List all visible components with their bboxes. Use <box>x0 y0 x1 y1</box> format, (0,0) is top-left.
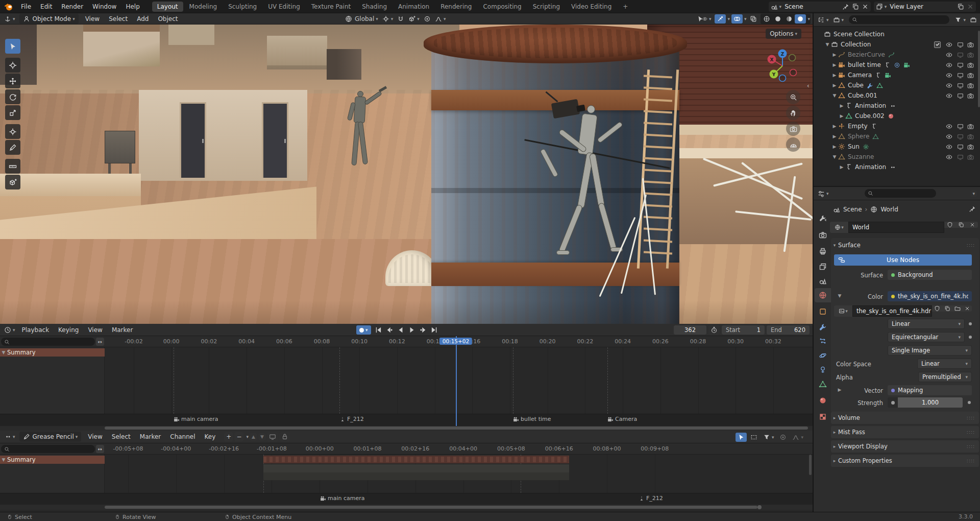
expand-arrow[interactable]: ▶ <box>831 73 838 78</box>
auto-keying-record-button[interactable]: ▾ <box>356 325 371 335</box>
dopesheet-menu-select[interactable]: Select <box>107 433 135 440</box>
layer-lock-button[interactable] <box>279 432 290 441</box>
workspace-tab-uv-editing[interactable]: UV Editing <box>263 2 305 12</box>
dopesheet-menu-channel[interactable]: Channel <box>165 433 200 440</box>
filter-dropdown[interactable]: ▾ <box>761 433 776 442</box>
mode-dropdown[interactable]: Object Mode▾ <box>19 14 79 24</box>
color-space-dropdown[interactable]: Linear▾ <box>917 359 972 369</box>
dope-filter-toggle[interactable]: ↔ <box>96 445 104 453</box>
disable-in-viewports-toggle[interactable] <box>955 82 965 89</box>
tab-constraints[interactable] <box>815 363 831 377</box>
view-layer-selector[interactable]: ▾ View Layer <box>874 2 976 12</box>
gizmo-dropdown[interactable]: ▾ <box>727 16 730 21</box>
snap-target-dropdown[interactable]: ▾ <box>406 14 422 23</box>
hide-in-viewport-toggle[interactable] <box>944 133 953 140</box>
outliner-search-input[interactable] <box>849 15 949 24</box>
projection-dropdown[interactable]: Equirectangular▾ <box>888 332 965 342</box>
workspace-tab-texture-paint[interactable]: Texture Paint <box>306 2 356 12</box>
tab-texture[interactable] <box>815 410 831 424</box>
vector-value-button[interactable]: Mapping <box>888 385 972 395</box>
image-name-field[interactable]: the_sky_is_on_fire_4k.hdr <box>852 305 932 317</box>
breadcrumb-scene[interactable]: Scene <box>843 206 862 213</box>
dope-ruler[interactable]: -00:05+08-00:04+00-00:02+16-00:01+0800:0… <box>0 443 813 455</box>
breadcrumb-world[interactable]: World <box>880 206 898 213</box>
disable-in-viewports-toggle[interactable] <box>955 92 965 99</box>
shading-solid-button[interactable] <box>772 14 783 23</box>
unlink-world-button[interactable] <box>967 222 978 228</box>
close-scene-icon[interactable] <box>862 3 869 10</box>
workspace-tab-modeling[interactable]: Modeling <box>184 2 223 12</box>
dope-tracks[interactable] <box>0 455 813 493</box>
transform-orientation-dropdown[interactable]: Global▾ <box>343 14 380 23</box>
editor-type-outliner[interactable]: ▾ <box>816 15 831 25</box>
outliner-row-suzanne[interactable]: ▼Suzanne <box>814 152 980 162</box>
dope-scrollbar-handle[interactable] <box>757 505 762 509</box>
timeline-tracks[interactable] <box>0 347 813 414</box>
outliner-display-mode-dropdown[interactable]: ▾ <box>831 15 846 25</box>
zoom-view-button[interactable] <box>786 90 800 104</box>
remove-layer-button[interactable]: − <box>234 432 243 441</box>
move-layer-down-button[interactable]: ▼ <box>258 433 266 440</box>
outliner-row-animation[interactable]: ▶Animation <box>814 101 980 111</box>
previous-keyframe-button[interactable] <box>384 325 395 335</box>
image-open-button[interactable] <box>952 305 963 312</box>
tab-modifiers[interactable] <box>815 320 831 334</box>
viewport-menu-add[interactable]: Add <box>132 15 153 22</box>
hide-in-viewport-toggle[interactable] <box>944 41 953 48</box>
jump-to-end-button[interactable] <box>429 325 439 335</box>
workspace-tab-compositing[interactable]: Compositing <box>478 2 526 12</box>
hide-in-viewport-toggle[interactable] <box>944 82 953 89</box>
expand-arrow[interactable]: ▶ <box>831 83 838 88</box>
disable-in-viewports-toggle[interactable] <box>955 61 965 68</box>
tab-particles[interactable] <box>815 334 831 348</box>
image-fake-user-button[interactable] <box>932 305 942 312</box>
dope-vscrollbar[interactable] <box>809 455 812 475</box>
world-name-field[interactable]: World <box>848 222 944 233</box>
disable-in-viewports-toggle[interactable] <box>955 143 965 150</box>
timeline-playhead[interactable] <box>456 336 457 426</box>
properties-options-dropdown[interactable]: ▾ <box>970 190 977 197</box>
dope-summary-channel[interactable]: ▼Summary <box>0 456 105 464</box>
marker-main-camera[interactable]: main camera <box>174 416 218 422</box>
marker-main-camera[interactable]: main camera <box>320 495 365 502</box>
dope-mode-dropdown[interactable]: Grease Pencil▾ <box>19 432 82 442</box>
disable-in-viewports-toggle[interactable] <box>955 41 965 48</box>
timeline-menu-playback[interactable]: Playback <box>17 326 54 334</box>
projection-anim-dot[interactable] <box>969 336 972 339</box>
tool-add-cube[interactable] <box>5 175 20 190</box>
only-selected-toggle[interactable] <box>736 433 747 442</box>
tool-3d-cursor[interactable] <box>5 58 20 73</box>
outliner-row-camera[interactable]: ▶Camera <box>814 70 980 80</box>
browse-world-button[interactable]: ▾ <box>830 222 848 233</box>
source-dropdown[interactable]: Single Image▾ <box>888 345 972 356</box>
layer-onion-skin-button[interactable] <box>267 432 278 441</box>
use-nodes-button[interactable]: Use Nodes <box>834 254 972 266</box>
workspace-tab-shading[interactable]: Shading <box>357 2 392 12</box>
disable-in-viewports-toggle[interactable] <box>955 153 965 160</box>
expand-arrow[interactable]: ▼ <box>831 93 838 98</box>
properties-search-input[interactable] <box>865 189 936 198</box>
disable-in-renders-toggle[interactable] <box>966 72 975 79</box>
editor-type-3d-viewport[interactable]: ▾ <box>2 14 17 23</box>
editor-type-properties[interactable]: ▾ <box>816 189 831 198</box>
timeline-filter-toggle[interactable]: ↔ <box>96 338 104 346</box>
disable-in-renders-toggle[interactable] <box>966 82 975 89</box>
jump-to-start-button[interactable] <box>373 325 383 335</box>
hide-in-viewport-toggle[interactable] <box>944 61 953 68</box>
timeline-menu-marker[interactable]: Marker <box>107 326 137 334</box>
show-overlays-toggle[interactable] <box>731 14 743 23</box>
disable-in-viewports-toggle[interactable] <box>955 51 965 58</box>
tab-physics[interactable] <box>815 348 831 363</box>
timeline-marker-strip[interactable]: main cameraF_212bullet timeCamera <box>0 414 813 426</box>
workspace-tab-layout[interactable]: Layout <box>152 2 183 12</box>
tool-annotate[interactable] <box>5 140 20 155</box>
timeline-menu-keying[interactable]: Keying <box>54 326 83 334</box>
outliner-row-collection[interactable]: ▼Collection <box>814 39 980 50</box>
copy-view-layer-icon[interactable] <box>957 3 964 10</box>
workspace-tab-scripting[interactable]: Scripting <box>528 2 565 12</box>
editor-type-dope-sheet[interactable]: ▾ <box>2 432 17 441</box>
marker-f-212[interactable]: F_212 <box>339 416 364 422</box>
expand-arrow[interactable]: ▶ <box>838 164 845 170</box>
viewport-menu-select[interactable]: Select <box>104 15 132 22</box>
disable-in-renders-toggle[interactable] <box>966 153 975 160</box>
